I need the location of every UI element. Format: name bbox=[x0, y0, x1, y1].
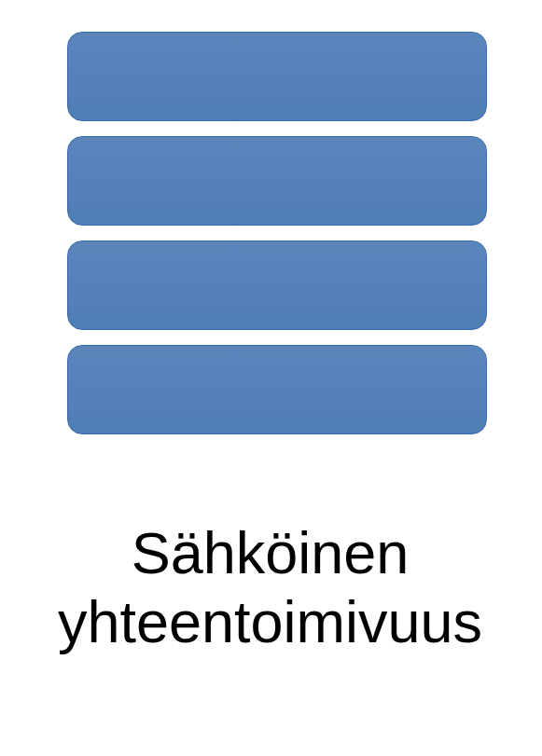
bar-3 bbox=[67, 241, 487, 330]
diagram-caption: Sähköinen yhteentoimivuus bbox=[11, 518, 529, 657]
caption-line-2: yhteentoimivuus bbox=[58, 589, 482, 654]
bars-stack bbox=[67, 32, 487, 434]
bar-2 bbox=[67, 136, 487, 226]
bar-4 bbox=[67, 345, 487, 434]
caption-line-1: Sähköinen bbox=[132, 520, 410, 585]
bar-1 bbox=[67, 32, 487, 121]
